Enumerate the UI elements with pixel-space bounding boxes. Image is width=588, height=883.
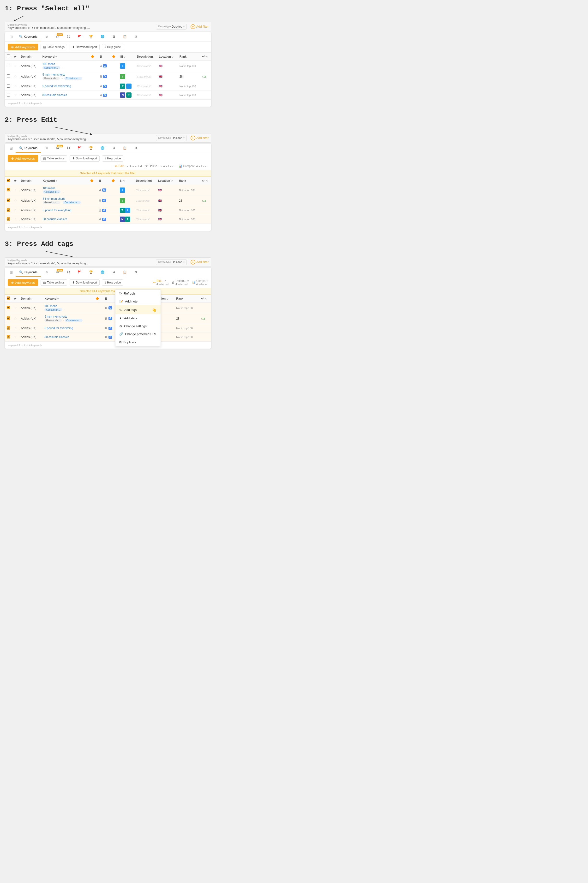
keyword-link[interactable]: 5 inch men shorts bbox=[42, 73, 65, 77]
tab5-3[interactable]: 🚩 bbox=[74, 268, 85, 277]
click-to-edit[interactable]: Click to edit bbox=[137, 65, 151, 68]
add-filter-button-2[interactable]: + Add filter bbox=[190, 136, 208, 140]
select-all-header-2[interactable] bbox=[5, 177, 12, 185]
grid-icon-2[interactable]: ⊞ bbox=[8, 144, 15, 153]
click-to-edit[interactable]: Click to edit bbox=[136, 218, 150, 221]
keyword-link[interactable]: 80 casuals classics bbox=[42, 93, 67, 97]
edit-dropdown-menu[interactable]: ↻ Refresh 📝 Add note 🏷 Add tags 👆 ★ bbox=[115, 289, 161, 347]
tab10-2[interactable]: ⚙ bbox=[131, 144, 141, 153]
filter-icon-header-2[interactable]: 🔶 bbox=[88, 177, 96, 185]
help-guide-button[interactable]: ℹ Help guide bbox=[102, 44, 123, 50]
change-header[interactable]: +/- ▽ bbox=[200, 53, 211, 61]
filter2-header[interactable]: 🔶 bbox=[110, 53, 118, 61]
tab10-3[interactable]: ⚙ bbox=[131, 268, 141, 277]
menu-item-add-stars[interactable]: ★ Add stars bbox=[116, 314, 160, 322]
select-all-checkbox[interactable] bbox=[7, 54, 10, 58]
tab-8[interactable]: 🖥 bbox=[109, 32, 118, 41]
location-header-2[interactable]: Location ▽ bbox=[156, 177, 177, 185]
download-report-button-3[interactable]: ⬇ Download report bbox=[70, 279, 100, 286]
tab-6[interactable]: 🏆 bbox=[86, 32, 96, 41]
click-to-edit[interactable]: Click to edit bbox=[137, 85, 151, 88]
keyword-link[interactable]: 100 mens bbox=[44, 305, 57, 308]
row-checkbox[interactable] bbox=[7, 64, 10, 67]
tab-5[interactable]: 🚩 bbox=[74, 32, 85, 41]
click-to-edit[interactable]: Click to edit bbox=[137, 75, 151, 78]
menu-item-duplicate[interactable]: ⧉ Duplicate bbox=[116, 338, 160, 346]
edit-button[interactable]: ✏ Edit… ▾ 4 selected bbox=[115, 164, 142, 168]
star-cell[interactable]: ☆ bbox=[12, 61, 19, 71]
grid-icon-3[interactable]: ⊞ bbox=[8, 268, 15, 277]
keyword-link[interactable]: 100 mens bbox=[42, 62, 55, 66]
tab6-3[interactable]: 🏆 bbox=[86, 268, 96, 277]
tab8-3[interactable]: 🖥 bbox=[109, 268, 118, 277]
tab9-2[interactable]: 📋 bbox=[120, 144, 130, 153]
filter-device-3[interactable]: Device type Desktop ▾ bbox=[156, 259, 186, 265]
star-icon[interactable]: ☆ bbox=[14, 188, 17, 192]
row-checkbox[interactable] bbox=[7, 93, 10, 96]
keyword-link[interactable]: 5 inch men shorts bbox=[44, 315, 67, 318]
keyword-link[interactable]: 100 mens bbox=[43, 186, 56, 190]
add-keywords-button[interactable]: ⊕ Add keywords bbox=[8, 44, 38, 50]
desc-cell[interactable]: Click to edit bbox=[135, 61, 157, 71]
row-checkbox[interactable] bbox=[7, 317, 10, 320]
tab7-3[interactable]: 🌐 bbox=[97, 268, 108, 277]
row-checkbox[interactable] bbox=[7, 74, 10, 78]
tab7-2[interactable]: 🌐 bbox=[97, 144, 108, 153]
grid-icon[interactable]: ⊞ bbox=[8, 32, 15, 42]
tab-9[interactable]: 📋 bbox=[120, 32, 130, 41]
add-keywords-button-2[interactable]: ⊕ Add keywords bbox=[8, 155, 38, 162]
row-checkbox[interactable] bbox=[7, 217, 10, 221]
tab-2[interactable]: ☺ bbox=[42, 32, 52, 41]
filter-device-2[interactable]: Device type Desktop ▾ bbox=[156, 135, 186, 141]
delete-button[interactable]: 🗑 Delete… ▾ 4 selected bbox=[145, 164, 176, 168]
location-header[interactable]: Location ▽ bbox=[157, 53, 178, 61]
tab-keywords[interactable]: 🔍 Keywords bbox=[16, 32, 41, 41]
menu-item-refresh[interactable]: ↻ Refresh bbox=[116, 290, 160, 297]
select-all-header-3[interactable] bbox=[5, 294, 12, 303]
tab-3[interactable]: 🏷 NEW bbox=[52, 32, 62, 41]
menu-item-change-url[interactable]: 🔗 Change preferred URL bbox=[116, 330, 160, 338]
select-all-checkbox-3[interactable] bbox=[7, 296, 10, 300]
click-to-edit[interactable]: Click to edit bbox=[136, 189, 150, 192]
tab4-3[interactable]: ⛓ bbox=[63, 268, 73, 277]
add-filter-button-3[interactable]: + Add filter bbox=[190, 260, 208, 264]
keyword-link[interactable]: 5 inch men shorts bbox=[43, 197, 66, 200]
tab4-2[interactable]: ⛓ bbox=[63, 144, 73, 153]
tab3-3[interactable]: 🏷 NEW bbox=[52, 268, 62, 277]
row-checkbox[interactable] bbox=[7, 209, 10, 212]
keyword-header-2[interactable]: Keyword ▾ bbox=[41, 177, 88, 185]
row-checkbox[interactable] bbox=[7, 84, 10, 88]
tab5-2[interactable]: 🚩 bbox=[74, 144, 85, 153]
select-all-checkbox-2[interactable] bbox=[7, 179, 10, 182]
row-checkbox-cell[interactable] bbox=[5, 61, 12, 71]
row-checkbox[interactable] bbox=[7, 306, 10, 309]
click-to-edit[interactable]: Click to edit bbox=[136, 209, 150, 212]
download-report-button[interactable]: ⬇ Download report bbox=[70, 44, 100, 50]
tab-4[interactable]: ⛓ bbox=[63, 32, 73, 41]
row-checkbox[interactable] bbox=[7, 188, 10, 191]
filter-icon-header[interactable]: 🔶 bbox=[89, 53, 97, 61]
row-checkbox[interactable] bbox=[7, 198, 10, 202]
tab3-2[interactable]: 🏷 NEW bbox=[52, 144, 62, 153]
click-to-edit[interactable]: Click to edit bbox=[136, 199, 150, 202]
compare-button[interactable]: 📊 Compare 4 selected bbox=[178, 164, 208, 168]
help-guide-button-3[interactable]: ℹ Help guide bbox=[102, 279, 123, 286]
tab-7[interactable]: 🌐 bbox=[97, 32, 108, 41]
tab9-3[interactable]: 📋 bbox=[120, 268, 130, 277]
star-icon[interactable]: ☆ bbox=[14, 75, 17, 78]
row-checkbox[interactable] bbox=[7, 326, 10, 330]
keyword-link[interactable]: 5 pound for everything bbox=[44, 326, 73, 330]
menu-item-change-settings[interactable]: ⚙ Change settings bbox=[116, 322, 160, 330]
filter-device[interactable]: Device type Desktop ▾ bbox=[156, 24, 186, 30]
table-settings-button-2[interactable]: ▦ Table settings bbox=[40, 155, 67, 162]
keyword-link[interactable]: 80 casuals classics bbox=[43, 218, 68, 221]
table-settings-button-3[interactable]: ▦ Table settings bbox=[40, 279, 67, 286]
tab2-3[interactable]: ☺ bbox=[42, 268, 52, 277]
edit-button-3[interactable]: ✏ Edit… ▾ 4 selected bbox=[153, 279, 168, 286]
click-to-edit[interactable]: Click to edit bbox=[137, 94, 151, 96]
keyword-link[interactable]: 5 pound for everything bbox=[42, 84, 71, 88]
tab-10[interactable]: ⚙ bbox=[131, 32, 141, 41]
compare-button-3[interactable]: 📊 Compare 4 selected bbox=[192, 279, 208, 286]
tab6-2[interactable]: 🏆 bbox=[86, 144, 96, 153]
keyword-link[interactable]: 80 casuals classics bbox=[44, 335, 69, 339]
